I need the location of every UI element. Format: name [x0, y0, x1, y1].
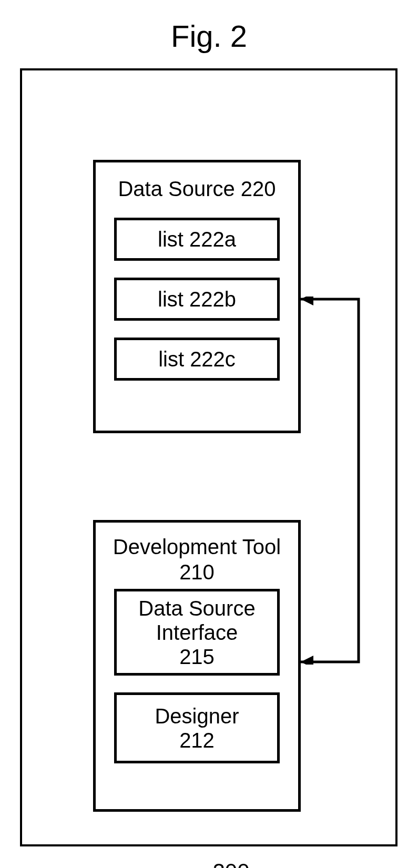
diagram-frame: Data Source 220 list 222a list 222b list…	[20, 68, 397, 846]
designer-box: Designer 212	[114, 692, 280, 763]
data-source-interface-box: Data Source Interface 215	[114, 589, 280, 676]
figure-title: Fig. 2	[0, 18, 418, 54]
interface-line1: Data Source	[138, 596, 255, 620]
connector-arrow	[301, 297, 374, 665]
list-item-c: list 222c	[114, 338, 280, 381]
list-item-a: list 222a	[114, 218, 280, 261]
svg-marker-0	[301, 297, 313, 305]
development-tool-title: Development Tool 210	[96, 534, 298, 585]
development-tool-box: Development Tool 210 Data Source Interfa…	[93, 520, 301, 812]
interface-line2: Interface	[156, 620, 238, 645]
data-source-title: Data Source 220	[96, 177, 298, 201]
dev-tool-title-line1: Development Tool	[113, 535, 281, 558]
figure-number: 200	[22, 859, 418, 868]
designer-line2: 212	[179, 728, 215, 752]
designer-line1: Designer	[155, 704, 239, 728]
svg-marker-1	[301, 656, 313, 665]
interface-line3: 215	[179, 645, 215, 669]
data-source-box: Data Source 220 list 222a list 222b list…	[93, 160, 301, 433]
dev-tool-title-line2: 210	[179, 560, 215, 584]
list-item-b: list 222b	[114, 278, 280, 321]
